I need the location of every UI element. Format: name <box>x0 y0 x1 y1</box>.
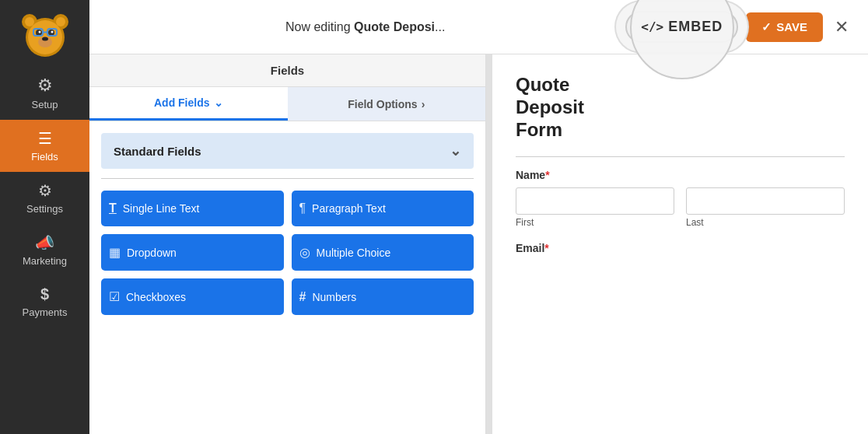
checkboxes-button[interactable]: ☑ Checkboxes <box>101 278 284 315</box>
fields-panel: Fields Add Fields ⌄ Field Options › Stan… <box>89 54 486 434</box>
topbar: Now editing Quote Deposi... </> EMBED ✓ … <box>89 0 868 54</box>
single-line-text-label: Single Line Text <box>123 202 200 215</box>
setup-icon: ⚙ <box>37 75 53 96</box>
single-line-text-icon: T <box>109 201 117 215</box>
numbers-icon: # <box>299 290 306 304</box>
svg-point-11 <box>42 37 48 41</box>
checkmark-icon: ✓ <box>761 20 772 34</box>
sub-tabs: Add Fields ⌄ Field Options › <box>89 87 485 121</box>
checkboxes-label: Checkboxes <box>126 291 186 303</box>
paragraph-text-button[interactable]: ¶ Paragraph Text <box>292 191 474 226</box>
main-content: Now editing Quote Deposi... </> EMBED ✓ … <box>89 0 868 434</box>
sidebar-item-payments-label: Payments <box>23 306 68 318</box>
embed-label: EMBED <box>668 19 723 35</box>
email-field-label: Email* <box>516 242 845 254</box>
standard-fields-label: Standard Fields <box>114 145 201 158</box>
fields-icon: ☰ <box>38 129 52 148</box>
sidebar-item-settings[interactable]: ⚙ Settings <box>0 172 89 224</box>
svg-point-3 <box>25 17 34 26</box>
first-name-input[interactable] <box>516 187 674 215</box>
multiple-choice-button[interactable]: ◎ Multiple Choice <box>292 234 474 271</box>
first-sublabel: First <box>516 217 674 228</box>
name-field-group: Name* First Last <box>516 169 845 228</box>
fields-content: Standard Fields ⌄ T Single Line Text ¶ P… <box>89 121 485 327</box>
embed-code-icon: </> <box>641 19 663 34</box>
sidebar-item-marketing-label: Marketing <box>23 255 67 267</box>
name-inputs: First Last <box>516 187 845 228</box>
name-field-label: Name* <box>516 169 845 181</box>
form-divider <box>516 156 845 157</box>
svg-point-9 <box>51 31 53 33</box>
tab-field-options[interactable]: Field Options › <box>288 87 486 121</box>
form-title: QuoteDepositForm <box>516 74 845 141</box>
content-area: Fields Add Fields ⌄ Field Options › Stan… <box>89 54 868 434</box>
sidebar: ⚙ Setup ☰ Fields ⚙ Settings 📣 Marketing … <box>0 0 89 434</box>
settings-icon: ⚙ <box>38 181 52 200</box>
svg-point-8 <box>38 31 40 33</box>
first-name-wrap: First <box>516 187 674 228</box>
topbar-title: Now editing Quote Deposi... <box>105 20 625 34</box>
marketing-icon: 📣 <box>35 233 54 252</box>
panel-divider <box>486 54 492 434</box>
name-required-marker: * <box>545 169 549 181</box>
sidebar-item-payments[interactable]: $ Payments <box>0 276 89 327</box>
last-name-wrap: Last <box>686 187 845 228</box>
paragraph-text-label: Paragraph Text <box>312 202 386 215</box>
email-required-marker: * <box>544 242 548 254</box>
field-buttons-grid: T Single Line Text ¶ Paragraph Text ▦ Dr… <box>101 191 474 315</box>
dropdown-icon: ▦ <box>109 245 121 260</box>
close-button[interactable]: ✕ <box>831 13 852 41</box>
last-name-input[interactable] <box>686 187 845 215</box>
app-logo <box>18 8 72 62</box>
email-field-group: Email* <box>516 242 845 254</box>
sidebar-item-fields-label: Fields <box>31 151 58 163</box>
save-button[interactable]: ✓ SAVE <box>746 12 823 42</box>
form-name: Quote Deposi <box>354 20 435 33</box>
numbers-label: Numbers <box>312 291 356 303</box>
paragraph-text-icon: ¶ <box>299 201 306 215</box>
multiple-choice-icon: ◎ <box>299 245 310 260</box>
multiple-choice-label: Multiple Choice <box>317 247 391 259</box>
dropdown-label: Dropdown <box>127 247 177 259</box>
embed-button[interactable]: </> EMBED <box>625 11 738 43</box>
add-fields-label: Add Fields <box>154 96 210 109</box>
numbers-button[interactable]: # Numbers <box>292 278 474 315</box>
fields-tab-title: Fields <box>89 64 485 86</box>
svg-point-4 <box>56 17 65 26</box>
sidebar-item-setup[interactable]: ⚙ Setup <box>0 66 89 120</box>
close-icon: ✕ <box>835 17 849 37</box>
tab-add-fields[interactable]: Add Fields ⌄ <box>89 87 288 121</box>
sidebar-item-settings-label: Settings <box>26 203 63 215</box>
sidebar-item-fields[interactable]: ☰ Fields <box>0 120 89 172</box>
topbar-actions: </> EMBED ✓ SAVE ✕ <box>625 11 852 43</box>
standard-fields-section[interactable]: Standard Fields ⌄ <box>101 133 474 169</box>
fields-tabbar: Fields <box>89 54 485 87</box>
preview-panel: QuoteDepositForm Name* First Last <box>492 54 868 434</box>
last-sublabel: Last <box>686 217 845 228</box>
section-chevron-icon: ⌄ <box>450 142 461 159</box>
single-line-text-button[interactable]: T Single Line Text <box>101 191 284 226</box>
save-label: SAVE <box>776 20 807 33</box>
payments-icon: $ <box>40 285 49 303</box>
checkboxes-icon: ☑ <box>109 289 120 304</box>
dropdown-button[interactable]: ▦ Dropdown <box>101 234 284 271</box>
sidebar-item-setup-label: Setup <box>32 99 58 110</box>
add-fields-chevron: ⌄ <box>214 96 223 109</box>
editing-label: Now editing <box>285 20 354 33</box>
section-divider <box>101 178 474 179</box>
sidebar-item-marketing[interactable]: 📣 Marketing <box>0 224 89 276</box>
field-options-arrow: › <box>422 98 425 110</box>
field-options-label: Field Options <box>348 98 417 110</box>
